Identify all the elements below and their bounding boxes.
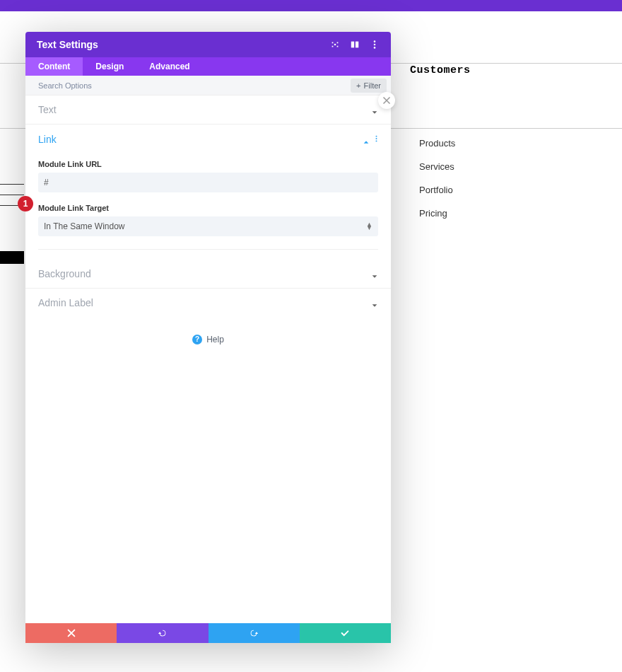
redo-button[interactable]	[209, 623, 300, 643]
side-list: Products Services Portfolio Pricing	[419, 138, 455, 231]
svg-rect-2	[356, 42, 358, 48]
close-icon	[382, 96, 391, 105]
cancel-button[interactable]	[25, 623, 117, 643]
left-decor-block	[0, 251, 24, 264]
redo-icon	[249, 628, 259, 638]
search-row: Search Options + Filter	[25, 76, 391, 95]
plus-icon: +	[356, 81, 360, 90]
svg-point-0	[334, 44, 336, 46]
side-list-item[interactable]: Portfolio	[419, 185, 455, 195]
filter-button[interactable]: + Filter	[351, 79, 387, 93]
left-decor-lines	[0, 184, 24, 241]
divider	[38, 249, 378, 250]
side-list-item[interactable]: Services	[419, 161, 455, 172]
select-arrows-icon: ▲▼	[366, 223, 372, 230]
close-modal-button[interactable]	[378, 92, 395, 109]
module-link-url-input[interactable]	[38, 173, 378, 192]
search-input[interactable]: Search Options	[38, 81, 351, 90]
help-icon: ?	[192, 335, 202, 344]
page-heading-customers: Customers	[410, 64, 471, 76]
section-link-content: Module Link URL Module Link Target In Th…	[25, 160, 391, 260]
chevron-down-icon	[371, 299, 378, 306]
help-label: Help	[206, 335, 224, 344]
section-link[interactable]: Link	[25, 124, 391, 154]
svg-point-5	[374, 47, 376, 49]
module-link-url-label: Module Link URL	[38, 160, 378, 168]
filter-label: Filter	[364, 81, 381, 90]
module-link-target-label: Module Link Target	[38, 204, 378, 212]
section-background[interactable]: Background	[25, 260, 391, 289]
side-list-item[interactable]: Products	[419, 138, 455, 149]
tab-advanced[interactable]: Advanced	[136, 57, 202, 76]
annotation-badge-1: 1	[18, 196, 33, 212]
text-settings-modal: 1 Text Settings Content Design Advanced …	[25, 32, 391, 643]
check-icon	[340, 628, 350, 638]
panel-body: Text Link Module Link URL Module Link Ta…	[25, 95, 391, 623]
section-text[interactable]: Text	[25, 95, 391, 124]
svg-point-4	[374, 44, 376, 46]
svg-point-8	[376, 140, 377, 141]
close-icon	[66, 628, 76, 638]
chevron-down-icon	[371, 106, 378, 113]
confirm-button[interactable]	[300, 623, 391, 643]
responsive-icon[interactable]	[330, 40, 340, 50]
help-row: ? Help	[25, 317, 391, 361]
modal-footer	[25, 623, 391, 643]
undo-icon	[158, 628, 168, 638]
help-button[interactable]: ? Help	[192, 335, 224, 344]
module-link-target-select[interactable]: In The Same Window ▲▼	[38, 216, 378, 236]
kebab-menu-icon[interactable]	[370, 40, 380, 50]
undo-button[interactable]	[117, 623, 208, 643]
modal-header[interactable]: Text Settings	[25, 32, 391, 57]
select-value: In The Same Window	[44, 221, 125, 231]
chevron-down-icon	[371, 270, 378, 277]
tabs: Content Design Advanced	[25, 57, 391, 76]
top-band	[0, 0, 622, 11]
columns-icon[interactable]	[350, 40, 360, 50]
svg-point-3	[374, 40, 376, 42]
section-admin-label[interactable]: Admin Label	[25, 289, 391, 317]
chevron-up-icon	[363, 136, 370, 143]
modal-title: Text Settings	[37, 39, 330, 50]
kebab-menu-icon[interactable]	[375, 133, 378, 146]
tab-design[interactable]: Design	[83, 57, 136, 76]
side-list-item[interactable]: Pricing	[419, 208, 455, 219]
tab-content[interactable]: Content	[25, 57, 83, 76]
svg-point-6	[376, 136, 377, 137]
svg-point-7	[376, 138, 377, 139]
svg-rect-1	[351, 42, 354, 48]
